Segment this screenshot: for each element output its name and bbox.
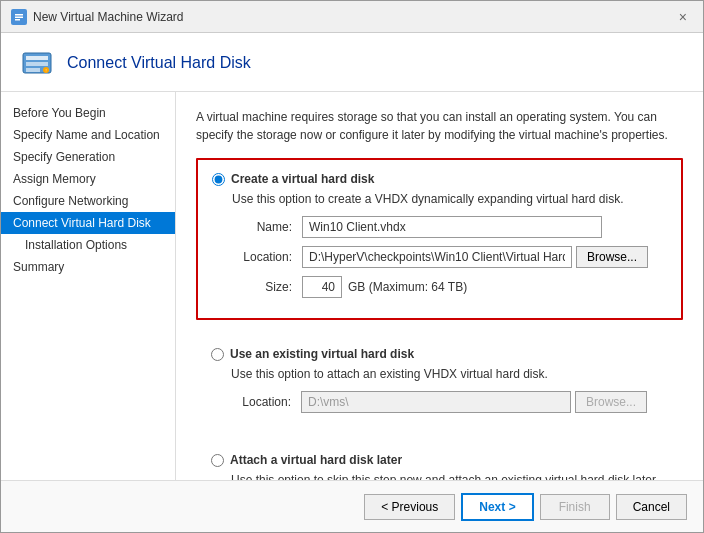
previous-button[interactable]: < Previous (364, 494, 455, 520)
svg-text:!: ! (45, 68, 46, 73)
finish-button[interactable]: Finish (540, 494, 610, 520)
location-row: Location: Browse... (212, 246, 667, 268)
svg-rect-2 (15, 16, 23, 18)
close-button[interactable]: × (673, 7, 693, 27)
size-row: Size: GB (Maximum: 64 TB) (212, 276, 667, 298)
svg-rect-5 (26, 56, 48, 60)
header-icon: ! (21, 47, 53, 79)
option-use-existing-box: Use an existing virtual hard disk Use th… (196, 334, 683, 434)
option2-desc: Use this option to attach an existing VH… (211, 367, 668, 381)
sidebar-item-assign-memory[interactable]: Assign Memory (1, 168, 175, 190)
footer: < Previous Next > Finish Cancel (1, 480, 703, 532)
content-area: Before You Begin Specify Name and Locati… (1, 92, 703, 480)
option3-label[interactable]: Attach a virtual hard disk later (230, 453, 402, 467)
option3-radio[interactable] (211, 454, 224, 467)
location-label: Location: (232, 250, 302, 264)
size-input[interactable] (302, 276, 342, 298)
wizard-window: New Virtual Machine Wizard × ! Connect V… (0, 0, 704, 533)
option2-radio-row: Use an existing virtual hard disk (211, 347, 668, 361)
browse-button-1[interactable]: Browse... (576, 246, 648, 268)
sidebar-item-summary[interactable]: Summary (1, 256, 175, 278)
name-row: Name: (212, 216, 667, 238)
option1-label[interactable]: Create a virtual hard disk (231, 172, 374, 186)
svg-rect-6 (26, 62, 48, 66)
size-suffix: GB (Maximum: 64 TB) (348, 280, 467, 294)
option3-radio-row: Attach a virtual hard disk later (211, 453, 668, 467)
option3-desc: Use this option to skip this step now an… (211, 473, 668, 480)
title-bar-left: New Virtual Machine Wizard (11, 9, 184, 25)
option2-radio[interactable] (211, 348, 224, 361)
sidebar: Before You Begin Specify Name and Locati… (1, 92, 176, 480)
size-label: Size: (232, 280, 302, 294)
sidebar-item-connect-vhd[interactable]: Connect Virtual Hard Disk (1, 212, 175, 234)
option1-desc: Use this option to create a VHDX dynamic… (212, 192, 667, 206)
sidebar-item-specify-name[interactable]: Specify Name and Location (1, 124, 175, 146)
option-attach-later-box: Attach a virtual hard disk later Use thi… (196, 440, 683, 480)
title-bar-text: New Virtual Machine Wizard (33, 10, 184, 24)
option1-radio-row: Create a virtual hard disk (212, 172, 667, 186)
next-button[interactable]: Next > (461, 493, 533, 521)
existing-location-input (301, 391, 571, 413)
sidebar-item-configure-networking[interactable]: Configure Networking (1, 190, 175, 212)
location-input[interactable] (302, 246, 572, 268)
main-panel: A virtual machine requires storage so th… (176, 92, 703, 480)
title-bar: New Virtual Machine Wizard × (1, 1, 703, 33)
name-input[interactable] (302, 216, 602, 238)
sidebar-item-installation-options[interactable]: Installation Options (1, 234, 175, 256)
wizard-icon (11, 9, 27, 25)
existing-location-row: Location: Browse... (211, 391, 668, 413)
browse-button-2: Browse... (575, 391, 647, 413)
sidebar-item-before-you-begin[interactable]: Before You Begin (1, 102, 175, 124)
description-text: A virtual machine requires storage so th… (196, 108, 683, 144)
page-title: Connect Virtual Hard Disk (67, 54, 251, 72)
svg-rect-3 (15, 19, 20, 21)
page-header: ! Connect Virtual Hard Disk (1, 33, 703, 92)
name-label: Name: (232, 220, 302, 234)
option-create-vhd-box: Create a virtual hard disk Use this opti… (196, 158, 683, 320)
option1-radio[interactable] (212, 173, 225, 186)
svg-rect-7 (26, 68, 40, 72)
svg-rect-1 (15, 14, 23, 16)
sidebar-item-specify-generation[interactable]: Specify Generation (1, 146, 175, 168)
option2-label[interactable]: Use an existing virtual hard disk (230, 347, 414, 361)
existing-location-label: Location: (231, 395, 301, 409)
cancel-button[interactable]: Cancel (616, 494, 687, 520)
